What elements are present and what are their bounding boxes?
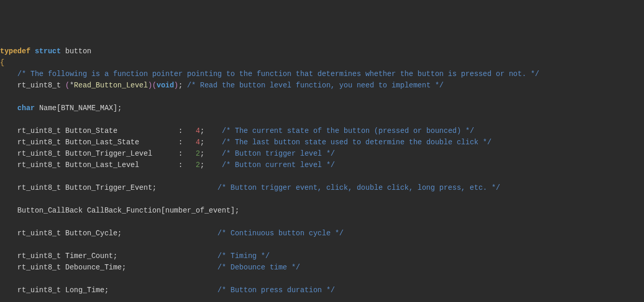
comment: /* The following is a function pointer p… xyxy=(18,70,539,78)
comment: /* Continuous button cycle */ xyxy=(217,229,344,237)
semicolon: ; xyxy=(235,206,239,215)
code-editor[interactable]: typedef struct button { /* The following… xyxy=(0,46,644,302)
keyword-struct: struct xyxy=(35,47,61,55)
semicolon: ; xyxy=(118,229,122,237)
semicolon: ; xyxy=(200,138,204,146)
type: rt_uint8_t xyxy=(18,161,61,169)
type: rt_uint8_t xyxy=(18,252,61,260)
colon: : xyxy=(178,149,182,158)
bracket: [ xyxy=(56,104,61,112)
field-name: Long_Time xyxy=(65,286,105,294)
comment: /* Debounce time */ xyxy=(217,263,300,271)
bracket: ] xyxy=(113,104,117,112)
field-name: Button_Last_Level xyxy=(65,161,139,169)
field-name: Debounce_Time xyxy=(65,263,122,271)
comment: /* Button trigger level */ xyxy=(222,149,335,158)
bitfield-num: 2 xyxy=(196,161,200,169)
type: rt_uint8_t xyxy=(18,149,61,158)
comment: /* Button trigger event, click, double c… xyxy=(217,184,500,192)
type: rt_uint8_t xyxy=(18,184,61,192)
field-name: CallBack_Function xyxy=(87,206,161,215)
keyword-typedef: typedef xyxy=(0,47,31,55)
open-brace: { xyxy=(0,58,4,67)
bracket: ] xyxy=(230,206,235,215)
comment: /* Read the button level function, you n… xyxy=(187,81,444,89)
semicolon: ; xyxy=(113,252,117,260)
type: rt_uint8_t xyxy=(18,138,61,146)
comment: /* Button press duration */ xyxy=(217,286,335,294)
keyword-void: void xyxy=(156,81,174,89)
star: * xyxy=(69,81,74,89)
type: rt_uint8_t xyxy=(18,229,61,237)
type: rt_uint8_t xyxy=(18,263,61,271)
keyword-char: char xyxy=(18,104,35,112)
const: BTN_NAME_MAX xyxy=(61,104,113,112)
colon: : xyxy=(178,127,182,135)
field-name: Button_Trigger_Event xyxy=(65,184,152,192)
comment: /* The last button state used to determi… xyxy=(222,138,492,146)
semicolon: ; xyxy=(200,161,204,169)
paren: ) xyxy=(148,81,152,89)
comment: /* Button current level */ xyxy=(222,161,335,169)
type: rt_uint8_t xyxy=(18,127,61,135)
semicolon: ; xyxy=(200,149,204,158)
semicolon: ; xyxy=(200,127,204,135)
comment: /* Timing */ xyxy=(217,252,270,260)
semicolon: ; xyxy=(122,263,126,271)
semicolon: ; xyxy=(118,104,122,112)
field-name: Button_Cycle xyxy=(65,229,118,237)
colon: : xyxy=(178,161,182,169)
semicolon: ; xyxy=(105,286,109,294)
colon: : xyxy=(178,138,182,146)
bitfield-num: 4 xyxy=(196,138,200,146)
bitfield-num: 2 xyxy=(196,149,200,158)
semicolon: ; xyxy=(179,81,183,89)
field-name: Button_State xyxy=(65,127,118,135)
struct-name: button xyxy=(65,47,91,55)
type: rt_uint8_t xyxy=(18,81,61,89)
semicolon: ; xyxy=(152,184,156,192)
field-name: Button_Trigger_Level xyxy=(65,149,152,158)
type: Button_CallBack xyxy=(18,206,83,215)
field-name: Name xyxy=(39,104,57,112)
paren: ) xyxy=(174,81,178,89)
field-name: Button_Last_State xyxy=(65,138,139,146)
bitfield-num: 4 xyxy=(196,127,200,135)
fn-ptr-name: Read_Button_Level xyxy=(74,81,148,89)
comment: /* The current state of the button (pres… xyxy=(222,127,474,135)
field-name: Timer_Count xyxy=(65,252,113,260)
type: rt_uint8_t xyxy=(18,286,61,294)
const: number_of_event xyxy=(165,206,230,215)
